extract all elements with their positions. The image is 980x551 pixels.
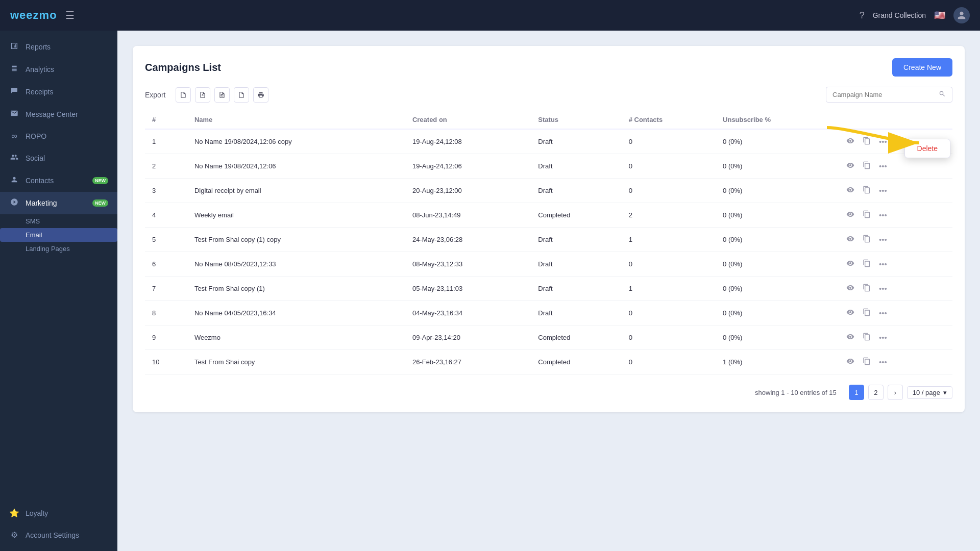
view-icon[interactable] [844,136,856,147]
export-json-button[interactable] [214,87,230,103]
copy-icon[interactable] [861,356,873,368]
view-icon[interactable] [844,283,856,294]
row-created: 04-May-23,16:34 [405,301,531,325]
page-btn-1[interactable]: 1 [849,385,864,400]
sidebar-item-account-settings[interactable]: ⚙ Account Settings [0,524,117,546]
more-icon[interactable]: ••• [877,332,889,343]
sidebar-item-social[interactable]: Social [0,147,117,169]
sidebar-item-message-center[interactable]: Message Center [0,103,117,126]
more-icon[interactable]: ••• [877,136,889,147]
row-name: No Name 04/05/2023,16:34 [187,301,405,325]
hamburger-icon[interactable]: ☰ [65,9,75,21]
copy-icon[interactable] [861,283,873,294]
view-icon[interactable] [844,234,856,245]
export-csv-button[interactable] [176,87,191,103]
table-row: 3 Digital receipt by email 20-Aug-23,12:… [145,179,952,203]
copy-icon[interactable] [861,160,873,172]
row-unsub: 0 (0%) [716,325,837,350]
row-actions: ••• [837,179,952,203]
view-icon[interactable] [844,258,856,270]
delete-popup-button[interactable]: Delete [905,139,950,158]
per-page-select[interactable]: 10 / page ▾ [907,386,952,399]
page-btn-2[interactable]: 2 [868,385,884,400]
search-icon[interactable] [939,90,946,99]
table-header: # Name Created on Status # Contacts Unsu… [145,111,952,129]
create-new-button[interactable]: Create New [892,58,952,77]
avatar[interactable] [953,7,970,23]
row-name: Test From Shai copy [187,350,405,374]
help-icon[interactable]: ? [860,10,865,21]
org-name: Grand Collection [873,11,926,19]
row-num: 7 [145,277,187,301]
row-created: 26-Feb-23,16:27 [405,350,531,374]
more-icon[interactable]: ••• [877,210,889,220]
marketing-label: Marketing [26,199,86,207]
export-excel-button[interactable] [195,87,210,103]
navbar-right: ? Grand Collection 🇺🇸 [860,7,970,23]
row-status: Draft [531,252,621,277]
row-actions: ••• [837,325,952,350]
view-icon[interactable] [844,332,856,343]
more-icon[interactable]: ••• [877,234,889,245]
row-actions: ••• [837,252,952,277]
table-row: 1 No Name 19/08/2024,12:06 copy 19-Aug-2… [145,129,952,154]
sidebar-item-analytics[interactable]: Analytics [0,58,117,81]
more-icon[interactable]: ••• [877,161,889,171]
more-icon[interactable]: ••• [877,283,889,294]
sms-label: SMS [26,217,40,225]
more-icon[interactable]: ••• [877,185,889,196]
copy-icon[interactable] [861,258,873,270]
sidebar-sub-sms[interactable]: SMS [0,214,117,228]
row-num: 4 [145,203,187,228]
copy-icon[interactable] [861,234,873,245]
row-status: Completed [531,325,621,350]
row-status: Draft [531,129,621,154]
sidebar-item-reports[interactable]: Reports [0,36,117,58]
copy-icon[interactable] [861,307,873,319]
more-icon[interactable]: ••• [877,259,889,269]
sidebar-item-ropo[interactable]: ∞ ROPO [0,126,117,147]
col-status: Status [531,111,621,129]
export-print-button[interactable] [253,87,268,103]
col-actions [837,111,952,129]
table-row: 9 Weezmo 09-Apr-23,14:20 Completed 0 0 (… [145,325,952,350]
search-input[interactable] [832,91,935,98]
sidebar-sub-landing-pages[interactable]: Landing Pages [0,242,117,256]
row-name: Test From Shai copy (1) [187,277,405,301]
view-icon[interactable] [844,160,856,172]
copy-icon[interactable] [861,209,873,221]
export-label: Export [145,91,165,99]
sidebar: Reports Analytics Receipts Message Cente… [0,31,117,551]
sidebar-item-loyalty[interactable]: ⭐ Loyalty [0,502,117,524]
export-xml-button[interactable] [234,87,249,103]
reports-label: Reports [26,43,108,51]
table-body: 1 No Name 19/08/2024,12:06 copy 19-Aug-2… [145,129,952,374]
sidebar-item-receipts[interactable]: Receipts [0,81,117,103]
sidebar-item-contacts[interactable]: Contacts NEW [0,169,117,192]
view-icon[interactable] [844,185,856,196]
social-icon [9,153,19,163]
landing-pages-label: Landing Pages [26,245,70,253]
view-icon[interactable] [844,209,856,221]
page-next-btn[interactable]: › [888,385,903,400]
copy-icon[interactable] [861,332,873,343]
row-status: Completed [531,203,621,228]
copy-icon[interactable] [861,185,873,196]
row-name: Weekly email [187,203,405,228]
row-contacts: 0 [622,301,716,325]
table-row: 10 Test From Shai copy 26-Feb-23,16:27 C… [145,350,952,374]
view-icon[interactable] [844,307,856,319]
sidebar-sub-email[interactable]: Email [0,228,117,242]
row-unsub: 0 (0%) [716,277,837,301]
row-contacts: 0 [622,179,716,203]
row-created: 09-Apr-23,14:20 [405,325,531,350]
analytics-icon [9,64,19,74]
email-label: Email [26,231,42,239]
more-icon[interactable]: ••• [877,357,889,367]
more-icon[interactable]: ••• [877,308,889,318]
sidebar-item-marketing[interactable]: Marketing NEW [0,192,117,214]
campaigns-table: # Name Created on Status # Contacts Unsu… [145,111,952,374]
view-icon[interactable] [844,356,856,368]
marketing-badge: NEW [92,199,108,207]
copy-icon[interactable] [861,136,873,147]
